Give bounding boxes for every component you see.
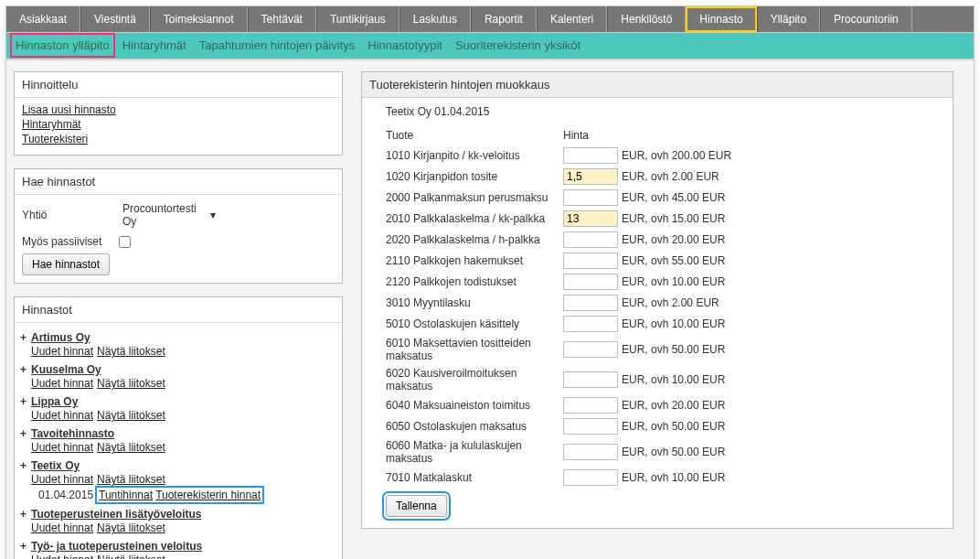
price-input[interactable] [563, 189, 618, 206]
price-input[interactable] [563, 444, 618, 460]
hinnasto-sublink[interactable]: Uudet hinnat [31, 377, 93, 390]
price-input[interactable] [563, 418, 618, 435]
price-row: 2120 Palkkojen todistuksetEUR, ovh 10.00… [386, 274, 943, 290]
price-row: 2020 Palkkalaskelma / h-palkkaEUR, ovh 2… [386, 231, 943, 248]
hinnasto-group-title[interactable]: Kuuselma Oy [31, 363, 335, 376]
price-after: EUR, ovh 10.00 EUR [622, 373, 725, 386]
top-tab-asiakkaat[interactable]: Asiakkaat [6, 6, 80, 32]
chevron-down-icon: ▾ [210, 209, 216, 221]
hinnasto-group: Artimus OyUudet hinnatNäytä liitokset [22, 328, 335, 360]
sub-tab-0[interactable]: Hinnaston ylläpito [16, 38, 110, 52]
price-row: 6020 Kausiveroilmoituksen maksatusEUR, o… [386, 367, 943, 392]
top-tab-tuntikirjaus[interactable]: Tuntikirjaus [316, 6, 399, 32]
top-tab-ylläpito[interactable]: Ylläpito [757, 6, 820, 32]
hae-hinnastot-button[interactable]: Hae hinnastot [22, 253, 110, 275]
main-title: Tuoterekisterin hintojen muokkaus [362, 72, 953, 98]
hinnasto-sublink[interactable]: Näytä liitokset [97, 521, 165, 534]
price-label: 2000 Palkanmaksun perusmaksu [386, 191, 563, 204]
hinnasto-sublink[interactable]: Näytä liitokset [97, 409, 165, 422]
sub-tab-4[interactable]: Suoriterekisterin yksiköt [455, 38, 581, 52]
price-label: 6060 Matka- ja kululaskujen maksatus [386, 439, 563, 465]
price-input[interactable] [563, 210, 618, 227]
price-input[interactable] [563, 168, 618, 185]
hinnasto-group-title[interactable]: Artimus Oy [31, 331, 335, 344]
price-label: 2020 Palkkalaskelma / h-palkka [386, 233, 563, 246]
hinnasto-sublink[interactable]: Uudet hinnat [31, 345, 93, 358]
header-tuote: Tuote [386, 129, 563, 142]
price-label: 5010 Ostolaskujen käsittely [386, 317, 563, 330]
price-row: 6040 Maksuaineiston toimitusEUR, ovh 20.… [386, 397, 943, 414]
hinnasto-date: 01.04.2015 [38, 489, 93, 501]
price-label: 6040 Maksuaineiston toimitus [386, 399, 563, 412]
price-input[interactable] [563, 371, 618, 388]
hinnasto-sublink[interactable]: Uudet hinnat [31, 473, 93, 486]
top-tab-kalenteri[interactable]: Kalenteri [537, 6, 607, 32]
company-line: Teetix Oy 01.04.2015 [386, 105, 943, 118]
price-label: 3010 Myyntilasku [386, 296, 563, 309]
price-input[interactable] [563, 316, 618, 332]
price-after: EUR, ovh 50.00 EUR [622, 343, 725, 356]
hinnasto-sublink[interactable]: Uudet hinnat [31, 521, 93, 534]
price-input[interactable] [563, 397, 618, 414]
passiiviset-checkbox[interactable] [119, 236, 131, 248]
top-tab-procountoriin[interactable]: Procountoriin [820, 6, 912, 32]
header-hinta: Hinta [563, 129, 636, 142]
hinnasto-sublink[interactable]: Uudet hinnat [31, 554, 93, 559]
price-after: EUR, ovh 50.00 EUR [622, 420, 725, 433]
top-tab-tehtävät[interactable]: Tehtävät [248, 6, 316, 32]
hinnasto-group: Lippa OyUudet hinnatNäytä liitokset [22, 392, 335, 425]
yhtio-select[interactable]: Procountortesti Oy ▾ [119, 200, 219, 230]
price-after: EUR, ovh 10.00 EUR [622, 275, 725, 288]
hinnasto-group-title[interactable]: Lippa Oy [31, 395, 335, 408]
price-row: 7010 MatkalaskutEUR, ovh 10.00 EUR [386, 469, 943, 486]
hinnoittelu-link[interactable]: Lisaa uusi hinnasto [22, 103, 116, 116]
price-input[interactable] [563, 274, 618, 290]
hinnasto-sublink[interactable]: Näytä liitokset [97, 473, 165, 486]
hinnasto-group-title[interactable]: Teetix Oy [31, 459, 335, 472]
sub-tab-3[interactable]: Hinnastotyypit [368, 38, 442, 52]
price-row: 2110 Palkkojen hakemuksetEUR, ovh 55.00 … [386, 253, 943, 269]
hinnasto-subrow-link[interactable]: Tuntihinnat [99, 489, 153, 501]
top-tab-viestintä[interactable]: Viestintä [80, 6, 150, 32]
price-label: 7010 Matkalaskut [386, 471, 563, 484]
hinnasto-group-title[interactable]: Tuoteperusteinen lisätyöveloitus [31, 508, 335, 521]
yhtio-label: Yhtiö [22, 209, 119, 221]
top-tab-raportit[interactable]: Raportit [471, 6, 537, 32]
sub-nav: Hinnaston ylläpitoHintaryhmätTapahtumien… [6, 32, 974, 59]
hinnasto-group: Teetix OyUudet hinnatNäytä liitokset01.0… [22, 457, 335, 505]
price-after: EUR, ovh 55.00 EUR [622, 254, 725, 267]
price-input[interactable] [563, 147, 618, 164]
sub-tab-1[interactable]: Hintaryhmät [122, 38, 186, 52]
hinnasto-sublink[interactable]: Näytä liitokset [97, 441, 165, 454]
price-input[interactable] [563, 295, 618, 311]
hinnasto-subrow-link[interactable]: Tuoterekisterin hinnat [155, 489, 261, 501]
price-input[interactable] [563, 253, 618, 269]
top-nav: AsiakkaatViestintäToimeksiannotTehtävätT… [6, 6, 974, 32]
price-input[interactable] [563, 341, 618, 358]
price-after: EUR, ovh 10.00 EUR [622, 471, 725, 484]
price-after: EUR, ovh 2.00 EUR [622, 296, 719, 309]
price-input[interactable] [563, 231, 618, 248]
yhtio-value: Procountortesti Oy [122, 202, 210, 228]
price-after: EUR, ovh 50.00 EUR [622, 446, 725, 458]
hinnasto-group-title[interactable]: Työ- ja tuoteperusteinen veloitus [31, 540, 335, 553]
sub-tab-2[interactable]: Tapahtumien hintojen päivitys [199, 38, 356, 52]
hinnasto-sublink[interactable]: Näytä liitokset [97, 554, 165, 559]
top-tab-henkilöstö[interactable]: Henkilöstö [607, 6, 686, 32]
price-row: 1020 Kirjanpidon tositeEUR, ovh 2.00 EUR [386, 168, 943, 185]
hinnasto-sublink[interactable]: Uudet hinnat [31, 441, 93, 454]
hae-hinnastot-panel: Hae hinnastot Yhtiö Procountortesti Oy ▾… [14, 168, 343, 284]
hinnoittelu-link[interactable]: Hintaryhmät [22, 118, 81, 131]
save-button[interactable]: Tallenna [386, 495, 447, 517]
hinnasto-sublink[interactable]: Näytä liitokset [97, 345, 165, 358]
top-tab-hinnasto[interactable]: Hinnasto [686, 6, 756, 32]
price-input[interactable] [563, 469, 618, 486]
hinnasto-sublink[interactable]: Uudet hinnat [31, 409, 93, 422]
top-tab-toimeksiannot[interactable]: Toimeksiannot [150, 6, 248, 32]
hinnoittelu-link[interactable]: Tuoterekisteri [22, 133, 88, 145]
top-tab-laskutus[interactable]: Laskutus [399, 6, 471, 32]
hinnasto-group-title[interactable]: Tavoitehinnasto [31, 427, 335, 440]
price-row: 2000 Palkanmaksun perusmaksuEUR, ovh 45.… [386, 189, 943, 206]
tuoterekisteri-panel: Tuoterekisterin hintojen muokkaus Teetix… [361, 71, 953, 529]
hinnasto-sublink[interactable]: Näytä liitokset [97, 377, 165, 390]
